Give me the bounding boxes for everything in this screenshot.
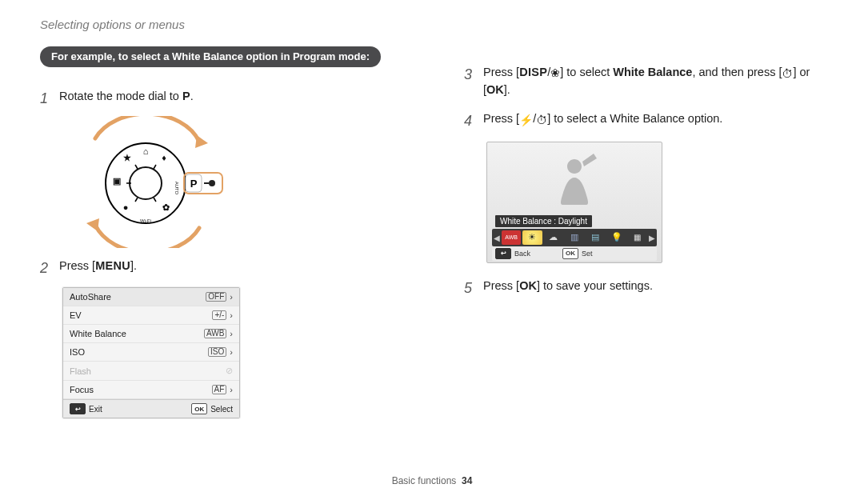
menu-row-label: ISO	[70, 347, 85, 357]
menu-row-iso: ISO ISO›	[63, 343, 239, 362]
right-column: 3 Press [DISP/❀] to select White Balance…	[464, 46, 824, 418]
set-label: Set	[582, 250, 593, 258]
timer-icon: ⏱	[782, 68, 793, 79]
silhouette-graphic	[538, 147, 610, 211]
back-key-icon: ↩	[70, 403, 86, 414]
wb-option-screenshot: White Balance : Daylight ◀ AWB ☀ ☁ ▥ ▤ 💡…	[486, 142, 662, 263]
step-4-text: Press [	[483, 112, 519, 125]
step-3-number: 3	[464, 64, 477, 86]
menu-footer: ↩ Exit OK Select	[63, 399, 239, 418]
svg-text:P: P	[190, 178, 198, 190]
svg-marker-0	[195, 135, 208, 148]
exit-label: Exit	[89, 405, 102, 414]
wb-custom-icon: ▦	[628, 230, 647, 245]
svg-marker-1	[86, 218, 99, 231]
page-number: 34	[462, 475, 472, 486]
menu-row-label: Focus	[70, 385, 94, 394]
mode-dial-illustration: ⌂ ★ ♦ ▣ ● ✿ Wi-Fi AUTO P	[59, 116, 235, 248]
tray-right-arrow-icon: ▶	[649, 233, 655, 242]
menu-row-label: Flash	[70, 366, 91, 376]
menu-row-wb: White Balance AWB›	[63, 325, 239, 343]
page-section: Basic functions	[392, 475, 457, 486]
flash-disabled-icon: ⊘	[226, 366, 233, 376]
example-heading-bubble: For example, to select a White Balance o…	[40, 46, 381, 67]
step-2-number: 2	[40, 258, 53, 279]
back-label: Back	[514, 250, 530, 258]
ok-button-token: OK	[486, 83, 504, 96]
page-footer: Basic functions 34	[0, 475, 864, 486]
mode-p-token: P	[182, 90, 190, 102]
svg-point-3	[130, 167, 162, 199]
svg-text:▣: ▣	[113, 176, 121, 186]
wb-auto-icon: AWB	[502, 230, 521, 245]
wb-icon: AWB	[204, 329, 226, 338]
svg-text:●: ●	[123, 202, 129, 212]
menu-screenshot: AutoShare OFF› EV +/-› White Balance AWB…	[62, 287, 240, 418]
menu-row-autoshare: AutoShare OFF›	[63, 288, 239, 306]
wb-footer: ↩ Back OK Set	[492, 246, 657, 261]
wb-fluorescent-l-icon: ▤	[586, 230, 605, 245]
menu-row-label: EV	[70, 310, 82, 320]
ok-button-token: OK	[519, 279, 537, 292]
step-4-number: 4	[464, 110, 477, 132]
wb-cloudy-icon: ☁	[544, 230, 563, 245]
step-3-t3: , and then press [	[692, 66, 782, 78]
wb-option-tray: ◀ AWB ☀ ☁ ▥ ▤ 💡 ▦ ▶	[492, 229, 657, 246]
step-5-number: 5	[464, 278, 477, 299]
autoshare-icon: OFF	[206, 292, 226, 302]
menu-row-flash: Flash ⊘	[63, 362, 239, 381]
step-1-number: 1	[40, 88, 53, 110]
menu-row-ev: EV +/-›	[63, 306, 239, 325]
iso-icon: ISO	[208, 347, 226, 357]
step-4-t2: ] to select a White Balance option.	[547, 112, 722, 125]
step-2: 2 Press [MENU].	[40, 258, 400, 279]
menu-row-label: AutoShare	[70, 292, 111, 302]
left-column: For example, to select a White Balance o…	[40, 46, 400, 418]
flash-icon: ⚡	[519, 114, 533, 126]
timer-icon: ⏱	[536, 114, 547, 126]
step-3-t5: ].	[504, 83, 510, 96]
wb-current-label: White Balance : Daylight	[495, 215, 592, 227]
svg-text:♦: ♦	[162, 153, 166, 162]
svg-text:★: ★	[123, 153, 131, 162]
wb-footer-back: ↩ Back	[495, 248, 530, 259]
wb-fluorescent-h-icon: ▥	[565, 230, 584, 245]
step-2-post: ].	[130, 259, 137, 272]
menu-row-label: White Balance	[70, 329, 126, 338]
step-5-text: Press [	[483, 279, 519, 292]
step-3-t2: ] to select	[560, 66, 613, 78]
step-2-pre: Press [	[59, 259, 95, 272]
wb-bold: White Balance	[613, 66, 692, 78]
menu-footer-exit: ↩ Exit	[70, 403, 102, 414]
wifi-label: Wi-Fi	[140, 218, 151, 223]
wb-daylight-icon: ☀	[522, 230, 542, 245]
auto-label: AUTO	[174, 182, 179, 195]
disp-button-token: DISP	[519, 66, 547, 78]
step-5: 5 Press [OK] to save your settings.	[464, 278, 824, 299]
svg-text:✿: ✿	[162, 202, 170, 212]
step-1: 1 Rotate the mode dial to P.	[40, 88, 400, 110]
svg-point-18	[209, 180, 215, 186]
breadcrumb: Selecting options or menus	[40, 18, 185, 31]
ev-icon: +/-	[212, 310, 226, 320]
svg-rect-19	[204, 182, 209, 184]
step-3: 3 Press [DISP/❀] to select White Balance…	[464, 64, 824, 99]
macro-icon: ❀	[550, 66, 560, 79]
wb-footer-set: OK Set	[562, 248, 593, 259]
step-1-post: .	[190, 90, 194, 102]
step-3-text: Press [	[483, 66, 519, 78]
tray-left-arrow-icon: ◀	[494, 233, 500, 242]
focus-icon: AF	[212, 385, 227, 394]
menu-row-focus: Focus AF›	[63, 381, 239, 399]
select-label: Select	[210, 405, 233, 414]
back-key-icon: ↩	[495, 248, 511, 259]
step-5-t2: ] to save your settings.	[537, 279, 653, 292]
menu-button-token: MENU	[95, 259, 130, 272]
svg-text:⌂: ⌂	[143, 146, 149, 156]
step-4: 4 Press [⚡/⏱] to select a White Balance …	[464, 110, 824, 132]
ok-key-icon: OK	[191, 403, 207, 414]
ok-key-icon: OK	[562, 248, 578, 259]
step-1-text: Rotate the mode dial to	[59, 90, 182, 102]
wb-tungsten-icon: 💡	[606, 230, 626, 245]
menu-footer-select: OK Select	[191, 403, 233, 414]
